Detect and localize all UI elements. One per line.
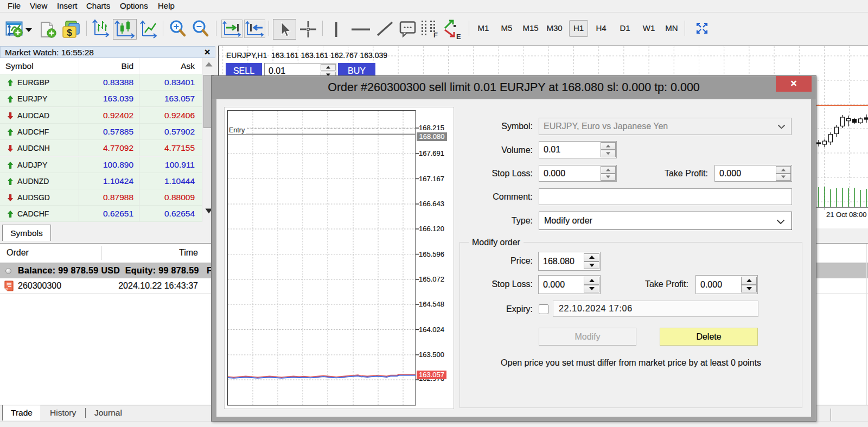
svg-text:$: $: [67, 28, 72, 38]
svg-text:E: E: [456, 33, 461, 41]
svg-text:F: F: [433, 31, 438, 39]
